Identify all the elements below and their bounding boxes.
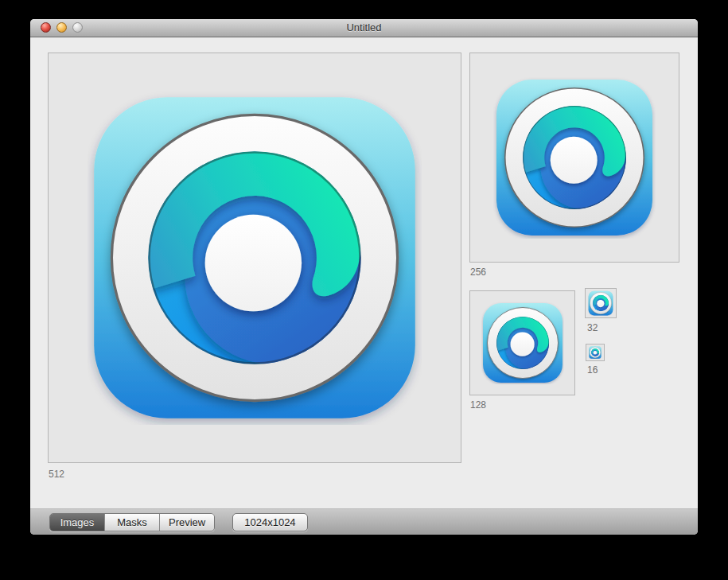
- titlebar[interactable]: Untitled: [30, 19, 698, 37]
- app-icon-32: [588, 290, 613, 316]
- size-1024-button[interactable]: 1024x1024: [232, 513, 307, 531]
- size-label-16: 16: [587, 364, 598, 376]
- app-icon-128: [481, 302, 564, 384]
- size-label-256: 256: [470, 267, 486, 278]
- app-icon-256: [493, 76, 656, 239]
- tab-images[interactable]: Images: [50, 514, 104, 531]
- preview-panel-128[interactable]: [469, 290, 575, 395]
- screenshot-canvas: Untitled 512 256 128 32 16 Images Masks …: [0, 0, 728, 580]
- size-label-32: 32: [587, 322, 598, 333]
- preview-panel-16[interactable]: [586, 344, 605, 361]
- size-label-512: 512: [49, 469, 64, 480]
- window-title: Untitled: [30, 19, 698, 37]
- tab-masks[interactable]: Masks: [104, 514, 159, 531]
- mode-segmented-control: Images Masks Preview: [49, 513, 215, 531]
- preview-panel-512[interactable]: [48, 53, 461, 463]
- bottom-toolbar: Images Masks Preview 1024x1024: [30, 508, 698, 535]
- app-icon-16: [589, 346, 601, 359]
- preview-panel-32[interactable]: [585, 288, 617, 318]
- app-window: Untitled 512 256 128 32 16 Images Masks …: [30, 19, 698, 535]
- app-icon-512: [88, 91, 422, 425]
- size-label-128: 128: [470, 399, 486, 411]
- preview-panel-256[interactable]: [469, 53, 679, 263]
- tab-preview[interactable]: Preview: [159, 514, 214, 531]
